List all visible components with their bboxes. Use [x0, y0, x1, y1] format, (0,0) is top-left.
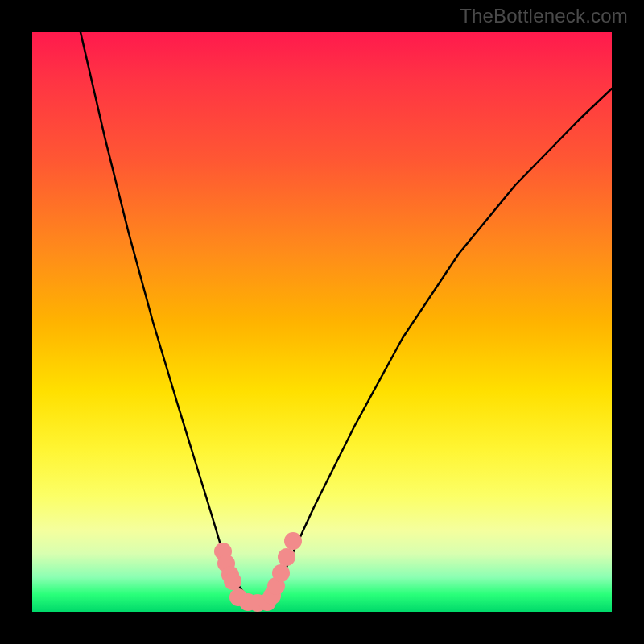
marker-dot: [224, 572, 242, 590]
chart-area: [32, 32, 612, 612]
outer-frame: TheBottleneck.com: [0, 0, 644, 644]
watermark-text: TheBottleneck.com: [460, 5, 628, 27]
marker-dot: [278, 548, 295, 566]
marker-cluster: [214, 532, 302, 612]
bottleneck-curve: [80, 32, 612, 602]
marker-dot: [284, 532, 302, 550]
marker-dot: [272, 564, 290, 582]
chart-svg: [32, 32, 612, 612]
